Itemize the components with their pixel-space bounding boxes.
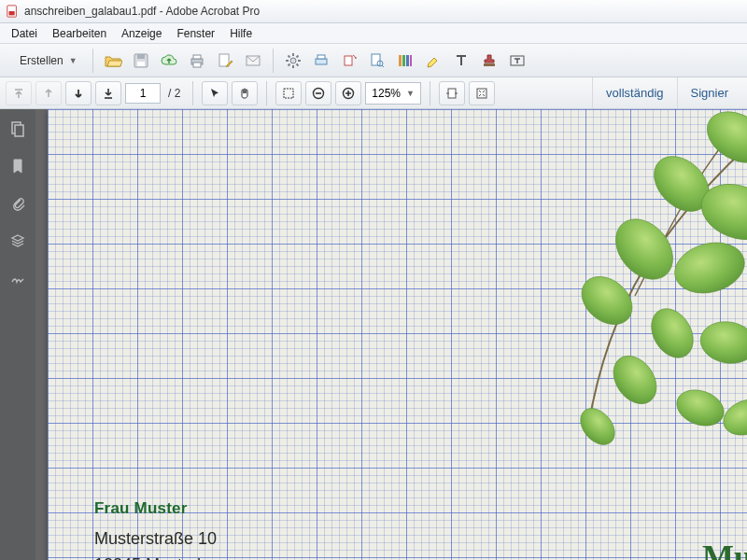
fit-page-icon — [475, 87, 488, 100]
caret-down-icon: ▼ — [69, 56, 78, 65]
color-bars-icon — [396, 51, 415, 70]
nav-toolbar: / 2 125% ▼ vollständig Signier — [0, 77, 747, 109]
recipient-address: Frau Muster Musterstraße 10 12345 Muster… — [94, 497, 252, 560]
marquee-zoom-button[interactable] — [275, 81, 302, 105]
create-button[interactable]: Erstellen ▼ — [6, 48, 86, 74]
svg-rect-20 — [402, 55, 405, 66]
document-viewport[interactable]: Frau Muster Musterstraße 10 12345 Muster… — [35, 109, 747, 560]
svg-point-39 — [698, 317, 747, 368]
stamp-button[interactable] — [476, 48, 502, 74]
menu-bearbeiten[interactable]: Bearbeiten — [45, 25, 114, 42]
side-panel — [0, 109, 35, 560]
svg-rect-23 — [484, 63, 495, 66]
svg-rect-14 — [316, 59, 327, 64]
fit-width-icon — [445, 87, 458, 100]
svg-rect-15 — [317, 55, 325, 59]
fit-page-button[interactable] — [469, 81, 495, 105]
svg-rect-29 — [477, 89, 486, 98]
paperclip-icon — [9, 195, 26, 212]
next-page-button[interactable] — [65, 81, 92, 105]
signatures-button[interactable] — [7, 268, 28, 288]
page-number-input[interactable] — [125, 83, 161, 104]
caret-down-icon: ▼ — [406, 89, 415, 98]
highlighter-icon — [424, 51, 443, 70]
arrow-down-bar-icon — [102, 87, 115, 100]
menu-fenster[interactable]: Fenster — [169, 25, 222, 42]
pdf-page: Frau Muster Musterstraße 10 12345 Muster… — [48, 109, 747, 560]
layers-button[interactable] — [7, 231, 28, 251]
zoom-out-button[interactable] — [305, 81, 331, 105]
gear-icon — [284, 51, 303, 70]
svg-rect-6 — [137, 54, 145, 59]
svg-rect-19 — [399, 55, 402, 66]
text-tool-button[interactable] — [448, 48, 474, 74]
doc-search-icon — [368, 51, 387, 70]
arrow-up-bar-icon — [12, 87, 25, 100]
page-total: / 2 — [164, 87, 184, 100]
svg-rect-31 — [15, 125, 23, 136]
link-vollstaendig[interactable]: vollständig — [592, 77, 676, 108]
svg-rect-10 — [193, 63, 201, 67]
plus-circle-icon — [342, 87, 355, 100]
print-button[interactable] — [184, 48, 210, 74]
zoom-in-button[interactable] — [335, 81, 361, 105]
save-button[interactable] — [128, 48, 154, 74]
menu-datei[interactable]: Datei — [4, 25, 45, 42]
textbox-button[interactable] — [504, 48, 530, 74]
select-tool-button[interactable] — [202, 81, 228, 105]
prev-page-button[interactable] — [35, 81, 62, 105]
fit-width-button[interactable] — [439, 81, 465, 105]
svg-point-41 — [671, 384, 728, 432]
cursor-icon — [208, 87, 221, 100]
layers-icon — [9, 232, 26, 249]
menu-anzeige[interactable]: Anzeige — [114, 25, 169, 42]
svg-rect-17 — [372, 54, 380, 65]
recipient-name: Frau Muster — [94, 497, 252, 521]
main-toolbar: Erstellen ▼ — [0, 44, 747, 77]
svg-rect-22 — [410, 55, 412, 66]
title-bar: anschreiben_galabau1.pdf - Adobe Acrobat… — [0, 0, 747, 23]
brand-fragment: Mus — [702, 538, 747, 560]
create-label: Erstellen — [20, 54, 63, 67]
svg-rect-21 — [406, 55, 409, 66]
arrow-up-icon — [42, 87, 55, 100]
svg-rect-16 — [345, 56, 352, 65]
pages-icon — [9, 120, 26, 137]
email-button[interactable] — [240, 48, 266, 74]
svg-point-37 — [572, 267, 641, 334]
rotate-button[interactable] — [336, 48, 362, 74]
menu-bar: Datei Bearbeiten Anzeige Fenster Hilfe — [0, 23, 747, 44]
link-signieren[interactable]: Signier — [677, 77, 741, 108]
edit-doc-button[interactable] — [212, 48, 238, 74]
svg-rect-7 — [137, 62, 145, 66]
bookmarks-button[interactable] — [7, 156, 28, 176]
doc-pencil-icon — [216, 51, 234, 70]
cloud-button[interactable] — [156, 48, 182, 74]
svg-rect-25 — [284, 89, 293, 98]
floppy-icon — [132, 51, 150, 70]
hand-tool-button[interactable] — [232, 81, 258, 105]
svg-rect-9 — [193, 55, 201, 59]
quickprint-button[interactable] — [308, 48, 334, 74]
attachments-button[interactable] — [7, 193, 28, 214]
thumbnails-button[interactable] — [7, 119, 28, 139]
open-button[interactable] — [100, 48, 126, 74]
svg-point-32 — [698, 109, 747, 173]
settings-button[interactable] — [280, 48, 306, 74]
recipient-street: Musterstraße 10 — [94, 526, 252, 553]
svg-point-40 — [605, 348, 666, 413]
minus-circle-icon — [312, 87, 325, 100]
menu-hilfe[interactable]: Hilfe — [222, 25, 260, 42]
color-button[interactable] — [392, 48, 418, 74]
search-doc-button[interactable] — [364, 48, 390, 74]
zoom-value: 125% — [372, 87, 401, 100]
rotate-icon — [340, 51, 359, 70]
folder-open-icon — [104, 51, 122, 70]
highlight-button[interactable] — [420, 48, 446, 74]
first-page-button[interactable] — [6, 81, 32, 105]
svg-point-36 — [669, 235, 747, 301]
last-page-button[interactable] — [95, 81, 121, 105]
hand-icon — [238, 87, 251, 100]
zoom-select[interactable]: 125% ▼ — [365, 82, 421, 105]
text-box-icon — [508, 51, 527, 70]
